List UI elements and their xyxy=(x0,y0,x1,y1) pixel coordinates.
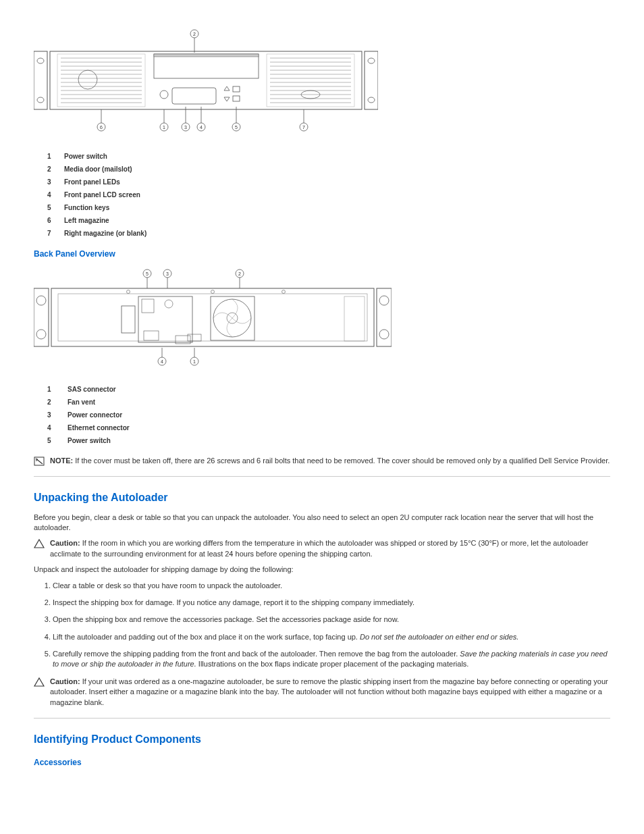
svg-point-87 xyxy=(165,300,173,308)
step-3: Open the shipping box and remove the acc… xyxy=(53,615,610,625)
svg-point-75 xyxy=(36,296,46,305)
svg-point-6 xyxy=(37,97,44,103)
divider xyxy=(34,476,610,477)
back-panel-heading: Back Panel Overview xyxy=(34,249,610,260)
svg-rect-93 xyxy=(188,334,201,341)
caution-label: Caution: xyxy=(50,539,80,547)
svg-rect-10 xyxy=(57,54,145,107)
caution-label: Caution: xyxy=(50,677,80,685)
svg-text:3: 3 xyxy=(166,271,169,276)
svg-rect-88 xyxy=(144,331,159,340)
svg-point-7 xyxy=(368,58,375,63)
legend-num: 6 xyxy=(47,216,64,226)
svg-rect-84 xyxy=(122,306,135,333)
caution-body: If your unit was ordered as a one-magazi… xyxy=(50,677,608,706)
note-icon xyxy=(34,457,45,466)
unpacking-intro: Before you begin, clear a desk or table … xyxy=(34,513,610,533)
svg-text:1: 1 xyxy=(163,125,165,130)
svg-point-83 xyxy=(282,290,286,293)
legend-num: 1 xyxy=(34,385,68,394)
svg-rect-94 xyxy=(344,296,365,341)
legend-num: 4 xyxy=(34,423,68,433)
svg-rect-86 xyxy=(142,299,154,313)
step-4: Lift the autoloader and padding out of t… xyxy=(53,632,610,642)
legend-label: Media door (mailslot) xyxy=(64,165,132,174)
back-panel-legend: 1SAS connector 2Fan vent 3Power connecto… xyxy=(34,385,610,446)
note-cover-screws: NOTE: If the cover must be taken off, th… xyxy=(34,456,610,466)
svg-rect-24 xyxy=(154,54,259,78)
legend-label: Left magazine xyxy=(64,216,109,226)
svg-point-77 xyxy=(379,296,389,305)
svg-rect-3 xyxy=(34,51,47,109)
legend-label: Front panel LCD screen xyxy=(64,190,140,200)
caution-temperature: Caution: If the room in which you are wo… xyxy=(34,538,610,559)
legend-num: 7 xyxy=(47,229,64,238)
divider xyxy=(34,718,610,719)
legend-num: 3 xyxy=(34,411,68,420)
legend-label: Right magazine (or blank) xyxy=(64,229,146,238)
legend-label: Power switch xyxy=(68,436,111,446)
svg-text:4: 4 xyxy=(200,125,203,130)
svg-rect-4 xyxy=(365,51,378,109)
caution-body: If the room in which you are working dif… xyxy=(50,539,588,557)
svg-text:4: 4 xyxy=(161,359,163,364)
legend-label: Function keys xyxy=(64,203,109,213)
caution-icon xyxy=(34,539,45,548)
step-2: Inspect the shipping box for damage. If … xyxy=(53,598,610,608)
legend-num: 5 xyxy=(47,203,64,213)
svg-rect-80 xyxy=(58,294,367,341)
svg-point-82 xyxy=(211,290,215,293)
svg-point-26 xyxy=(160,90,168,99)
svg-text:7: 7 xyxy=(302,125,305,130)
svg-rect-73 xyxy=(34,288,49,346)
svg-rect-31 xyxy=(233,96,240,101)
svg-point-5 xyxy=(37,58,44,63)
svg-text:2: 2 xyxy=(238,271,241,276)
legend-num: 2 xyxy=(34,398,68,407)
svg-rect-74 xyxy=(377,288,392,346)
legend-label: Front panel LEDs xyxy=(64,178,120,187)
svg-marker-30 xyxy=(224,97,230,101)
back-panel-diagram: 5 3 2 xyxy=(34,267,392,368)
unpacking-steps: Clear a table or desk so that you have r… xyxy=(34,581,610,670)
svg-point-8 xyxy=(368,97,375,103)
svg-text:3: 3 xyxy=(184,125,187,130)
step-1: Clear a table or desk so that you have r… xyxy=(53,581,610,591)
svg-point-78 xyxy=(379,330,389,339)
svg-rect-27 xyxy=(172,88,216,104)
unpack-inspect: Unpack and inspect the autoloader for sh… xyxy=(34,565,610,575)
svg-rect-79 xyxy=(51,288,374,346)
svg-text:5: 5 xyxy=(235,125,238,130)
svg-text:6: 6 xyxy=(100,125,103,130)
svg-marker-102 xyxy=(34,540,44,548)
caution-icon xyxy=(34,677,45,687)
legend-num: 4 xyxy=(47,190,64,200)
accessories-heading: Accessories xyxy=(34,757,610,768)
svg-rect-29 xyxy=(233,86,240,92)
legend-label: Power switch xyxy=(64,152,107,161)
svg-text:2: 2 xyxy=(193,32,196,36)
step-5: Carefully remove the shipping padding fr… xyxy=(53,649,610,670)
legend-label: SAS connector xyxy=(68,385,116,394)
legend-label: Ethernet connector xyxy=(68,423,130,433)
svg-text:5: 5 xyxy=(146,271,149,276)
svg-rect-25 xyxy=(154,54,259,57)
svg-text:1: 1 xyxy=(193,359,196,364)
legend-num: 2 xyxy=(47,165,64,174)
identifying-heading: Identifying Product Components xyxy=(34,732,610,747)
unpacking-heading: Unpacking the Autoloader xyxy=(34,490,610,505)
svg-marker-103 xyxy=(34,678,44,686)
svg-marker-28 xyxy=(224,86,230,90)
note-label: NOTE: xyxy=(50,457,73,465)
front-panel-diagram: 2 xyxy=(34,27,378,138)
legend-num: 1 xyxy=(47,152,64,161)
legend-num: 5 xyxy=(34,436,68,446)
svg-point-81 xyxy=(127,290,130,293)
note-body: If the cover must be taken off, there ar… xyxy=(73,457,610,465)
caution-magazine: Caution: If your unit was ordered as a o… xyxy=(34,677,610,708)
legend-num: 3 xyxy=(47,178,64,187)
svg-rect-9 xyxy=(50,51,362,109)
legend-label: Power connector xyxy=(68,411,122,420)
legend-label: Fan vent xyxy=(68,398,95,407)
front-panel-legend: 1Power switch 2Media door (mailslot) 3Fr… xyxy=(34,152,610,238)
